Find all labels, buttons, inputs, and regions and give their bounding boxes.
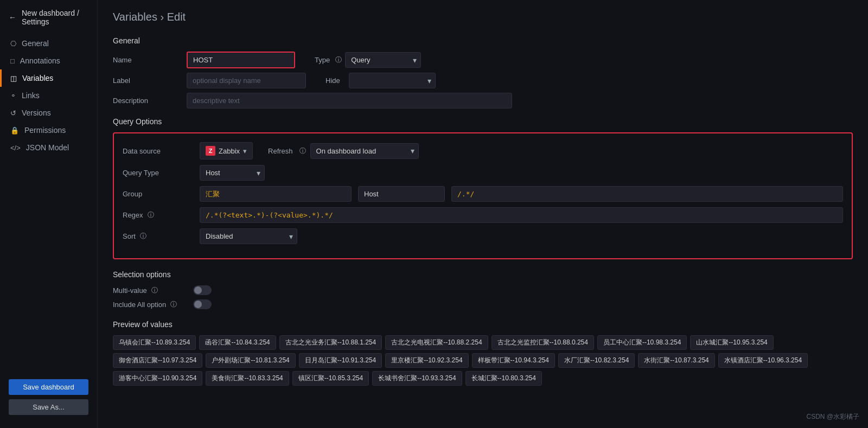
header-title: New dashboard / Settings — [22, 9, 88, 26]
preview-tag[interactable]: 游客中心汇聚--10.90.3.254 — [113, 371, 202, 386]
host-input[interactable] — [358, 186, 445, 202]
refresh-select-wrapper: On dashboard load On time range change N… — [310, 143, 419, 159]
preview-tag[interactable]: 乌镇会汇聚--10.89.3.254 — [113, 335, 196, 350]
general-section: General Name Type ⓘ Query Custom Text bo… — [113, 36, 853, 108]
query-options-box: Data source Z Zabbix ▾ Refresh ⓘ On dash… — [113, 132, 853, 259]
description-input[interactable] — [187, 93, 512, 108]
preview-tag[interactable]: 函谷汇聚--10.84.3.254 — [199, 335, 276, 350]
main-content: Variables › Edit General Name Type ⓘ Que… — [98, 0, 868, 428]
preview-tag[interactable]: 水街汇聚--10.87.3.254 — [638, 353, 714, 368]
preview-tag[interactable]: 长城书舍汇聚--10.93.3.254 — [372, 371, 462, 386]
query-options-section: Query Options Data source Z Zabbix ▾ Ref… — [113, 117, 853, 259]
preview-section: Preview of values 乌镇会汇聚--10.89.3.254函谷汇聚… — [113, 320, 853, 386]
sort-select-wrapper: Disabled Alphabetical (asc) Alphabetical… — [200, 228, 297, 244]
datasource-row: Data source Z Zabbix ▾ Refresh ⓘ On dash… — [123, 142, 843, 159]
multi-value-label: Multi-value ⓘ — [113, 286, 189, 295]
sidebar-item-general[interactable]: ⎔ General — [0, 35, 97, 52]
permissions-icon: 🔒 — [10, 126, 19, 135]
preview-tag[interactable]: 员工中心汇聚--10.98.3.254 — [597, 335, 687, 350]
type-select[interactable]: Query Custom Text box Constant Data sour… — [345, 52, 421, 68]
sort-select[interactable]: Disabled Alphabetical (asc) Alphabetical… — [200, 228, 297, 244]
selection-options-section: Selection options Multi-value ⓘ Include … — [113, 270, 853, 309]
preview-tag[interactable]: 山水城汇聚--10.95.3.254 — [690, 335, 773, 350]
save-as-button[interactable]: Save As... — [9, 399, 88, 415]
preview-tag[interactable]: 古北之光电视汇聚--10.88.2.254 — [385, 335, 488, 350]
sidebar-item-label: Permissions — [24, 126, 66, 135]
preview-tag[interactable]: 里京楼汇聚--10.92.3.254 — [385, 353, 468, 368]
type-info-icon[interactable]: ⓘ — [335, 55, 342, 65]
group-row: Group — [123, 186, 843, 202]
sidebar-item-label: Variables — [22, 74, 53, 82]
multi-value-toggle[interactable] — [193, 285, 212, 295]
sort-info-icon[interactable]: ⓘ — [140, 232, 146, 241]
multi-value-row: Multi-value ⓘ — [113, 285, 853, 295]
page-header: ← New dashboard / Settings — [0, 4, 97, 35]
preview-tag[interactable]: 美食街汇聚--10.83.3.254 — [206, 371, 289, 386]
versions-icon: ↺ — [10, 109, 16, 117]
regex-info-icon[interactable]: ⓘ — [148, 210, 154, 220]
preview-tag[interactable]: 日月岛汇聚--10.91.3.254 — [299, 353, 382, 368]
app-input[interactable] — [451, 186, 843, 202]
include-all-toggle[interactable] — [193, 299, 212, 309]
zabbix-icon: Z — [206, 146, 215, 156]
query-type-label: Query Type — [123, 169, 193, 177]
sidebar-buttons: Save dashboard Save As... — [0, 370, 97, 424]
type-select-wrapper: Query Custom Text box Constant Data sour… — [345, 52, 421, 68]
regex-row: Regex ⓘ — [123, 207, 843, 223]
datasource-chevron-icon: ▾ — [243, 147, 247, 155]
group-input[interactable] — [200, 186, 352, 202]
links-icon: ⚬ — [10, 92, 16, 100]
watermark: CSDN @水彩橘子 — [806, 412, 859, 421]
preview-tag[interactable]: 样板带汇聚--10.94.3.254 — [472, 353, 555, 368]
sidebar: ← New dashboard / Settings ⎔ General □ A… — [0, 0, 98, 428]
label-label: Label — [113, 76, 178, 85]
datasource-button[interactable]: Z Zabbix ▾ — [200, 142, 253, 159]
label-input[interactable] — [187, 73, 306, 88]
include-all-info-icon[interactable]: ⓘ — [170, 300, 177, 309]
description-label: Description — [113, 97, 178, 105]
multi-value-info-icon[interactable]: ⓘ — [151, 286, 158, 295]
query-type-row: Query Type Host Application Item Item ta… — [123, 165, 843, 181]
edit-subtitle: Edit — [167, 11, 186, 23]
sidebar-item-variables[interactable]: ◫ Variables — [0, 69, 97, 87]
sidebar-item-versions[interactable]: ↺ Versions — [0, 104, 97, 122]
preview-tag[interactable]: 户外剧场汇聚--10.81.3.254 — [206, 353, 295, 368]
preview-tag[interactable]: 古北之光业务汇聚--10.88.1.254 — [279, 335, 382, 350]
refresh-select[interactable]: On dashboard load On time range change N… — [310, 143, 419, 159]
general-icon: ⎔ — [10, 40, 16, 48]
hide-select[interactable]: Label Variable — [349, 73, 436, 88]
preview-tag[interactable]: 长城汇聚--10.80.3.254 — [465, 371, 542, 386]
hide-label: Hide — [326, 76, 340, 85]
preview-tag[interactable]: 水镇酒店汇聚--10.96.3.254 — [718, 353, 808, 368]
save-dashboard-button[interactable]: Save dashboard — [9, 379, 88, 395]
sidebar-item-label: JSON Model — [26, 143, 69, 152]
regex-label: Regex ⓘ — [123, 210, 193, 220]
name-label: Name — [113, 56, 178, 64]
sidebar-item-json-model[interactable]: </> JSON Model — [0, 139, 97, 156]
preview-tag[interactable]: 古北之光监控汇聚--10.88.0.254 — [492, 335, 594, 350]
include-all-row: Include All option ⓘ — [113, 299, 853, 309]
name-input[interactable] — [187, 52, 295, 68]
selection-options-title: Selection options — [113, 270, 853, 279]
sidebar-item-permissions[interactable]: 🔒 Permissions — [0, 122, 97, 139]
preview-tag[interactable]: 御舍酒店汇聚--10.97.3.254 — [113, 353, 202, 368]
page-title: Variables › Edit — [113, 11, 853, 23]
sidebar-item-links[interactable]: ⚬ Links — [0, 87, 97, 104]
regex-input[interactable] — [200, 207, 843, 223]
sidebar-item-annotations[interactable]: □ Annotations — [0, 52, 97, 69]
json-icon: </> — [10, 144, 21, 152]
preview-tag[interactable]: 水厂汇聚--10.82.3.254 — [558, 353, 635, 368]
include-all-label: Include All option ⓘ — [113, 300, 189, 309]
sort-label: Sort ⓘ — [123, 232, 193, 241]
back-button[interactable]: ← — [9, 13, 16, 22]
hide-select-wrapper: Label Variable — [349, 73, 436, 88]
annotations-icon: □ — [10, 57, 15, 65]
group-label: Group — [123, 190, 193, 198]
refresh-info-icon[interactable]: ⓘ — [299, 146, 306, 156]
query-options-title: Query Options — [113, 117, 853, 126]
type-label: Type — [315, 56, 330, 64]
preview-tag[interactable]: 镇区汇聚--10.85.3.254 — [292, 371, 369, 386]
query-type-select-wrapper: Host Application Item Item tag ITIL Prox… — [200, 165, 265, 181]
sidebar-item-label: Annotations — [20, 56, 60, 65]
query-type-select[interactable]: Host Application Item Item tag ITIL Prox… — [200, 165, 265, 181]
